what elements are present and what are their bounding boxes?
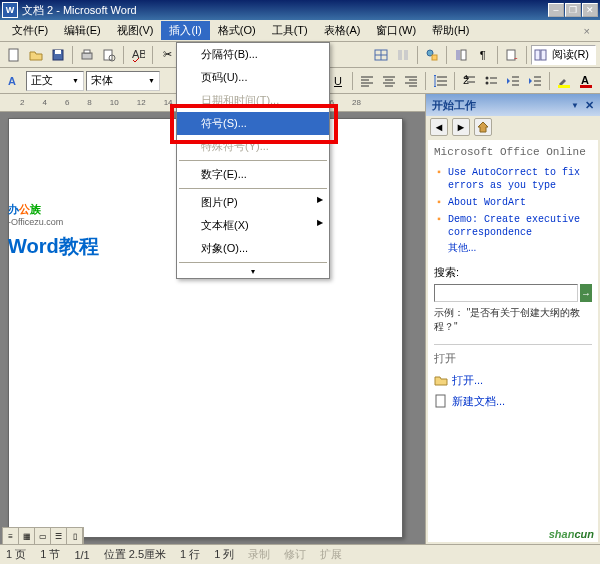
cut-icon[interactable]: ✂ [157, 45, 177, 65]
reading-view-icon[interactable]: ▯ [67, 528, 83, 544]
task-pane: 开始工作 ▼ ✕ ◄ ► Microsoft Office Online Use… [425, 94, 600, 544]
font-combo[interactable]: 宋体▼ [86, 71, 160, 91]
menu-help[interactable]: 帮助(H) [424, 21, 477, 40]
spellcheck-icon[interactable]: ABC [128, 45, 148, 65]
decrease-indent-icon[interactable] [503, 71, 523, 91]
style-combo[interactable]: 正文▼ [26, 71, 84, 91]
statusbar: 1 页 1 节 1/1 位置 2.5厘米 1 行 1 列 录制 修订 扩展 [0, 544, 600, 564]
menu-expand-icon[interactable]: ▾ [177, 265, 329, 278]
save-icon[interactable] [48, 45, 68, 65]
svg-rect-0 [9, 49, 18, 61]
svg-point-46 [486, 76, 489, 79]
drawing-icon[interactable] [422, 45, 442, 65]
nav-forward-icon[interactable]: ► [452, 118, 470, 136]
menu-view[interactable]: 视图(V) [109, 21, 162, 40]
increase-indent-icon[interactable] [525, 71, 545, 91]
minimize-button[interactable]: – [548, 3, 564, 17]
menu-tools[interactable]: 工具(T) [264, 21, 316, 40]
svg-rect-2 [55, 50, 61, 54]
status-rev: 修订 [284, 547, 306, 562]
svg-rect-24 [541, 50, 546, 60]
web-view-icon[interactable]: ▦ [19, 528, 35, 544]
normal-view-icon[interactable]: ≡ [3, 528, 19, 544]
window-title: 文档 2 - Microsoft Word [22, 3, 548, 18]
view-buttons: ≡ ▦ ▭ ☰ ▯ [2, 527, 84, 545]
status-line: 1 行 [180, 547, 200, 562]
svg-rect-3 [82, 53, 92, 59]
new-doc-link[interactable]: 新建文档... [434, 391, 592, 412]
menu-edit[interactable]: 编辑(E) [56, 21, 109, 40]
link-autocorrect[interactable]: Use AutoCorrect to fix errors as you typ… [434, 164, 592, 194]
bullet-list-icon[interactable] [481, 71, 501, 91]
svg-rect-15 [398, 50, 402, 60]
print-icon[interactable] [77, 45, 97, 65]
print-view-icon[interactable]: ▭ [35, 528, 51, 544]
menu-format[interactable]: 格式(O) [210, 21, 264, 40]
menuitem-datetime[interactable]: 日期和时间(T)... [177, 89, 329, 112]
link-wordart[interactable]: About WordArt [434, 194, 592, 211]
svg-rect-18 [432, 55, 437, 60]
menubar: 文件(F) 编辑(E) 视图(V) 插入(I) 格式(O) 工具(T) 表格(A… [0, 20, 600, 42]
menuitem-object[interactable]: 对象(O)... [177, 237, 329, 260]
menuitem-picture[interactable]: 图片(P)▶ [177, 191, 329, 214]
reading-layout-button[interactable]: 阅读(R) [531, 45, 596, 65]
word-app-icon: W [2, 2, 18, 18]
table-icon[interactable] [371, 45, 391, 65]
zoom-out-icon[interactable]: - [502, 45, 522, 65]
menuitem-special[interactable]: 特殊符号(Y)... [177, 135, 329, 158]
taskpane-header: 开始工作 ▼ ✕ [426, 94, 600, 116]
status-col: 1 列 [214, 547, 234, 562]
taskpane-close-icon[interactable]: ✕ [585, 99, 594, 112]
open-icon[interactable] [26, 45, 46, 65]
open-file-link[interactable]: 打开... [434, 370, 592, 391]
nav-back-icon[interactable]: ◄ [430, 118, 448, 136]
link-more[interactable]: 其他... [434, 241, 592, 255]
numbered-list-icon[interactable]: 12 [459, 71, 479, 91]
print-preview-icon[interactable] [99, 45, 119, 65]
taskpane-dropdown-icon[interactable]: ▼ [571, 101, 579, 110]
help-close-icon[interactable]: × [578, 23, 596, 39]
show-marks-icon[interactable]: ¶ [473, 45, 493, 65]
align-right-icon[interactable] [401, 71, 421, 91]
search-label: 搜索: [434, 265, 592, 280]
menu-file[interactable]: 文件(F) [4, 21, 56, 40]
svg-text:-: - [514, 51, 518, 62]
watermark-logo: 办公族 -Officezu.com Word教程 [8, 184, 99, 260]
columns-icon[interactable] [393, 45, 413, 65]
link-demo[interactable]: Demo: Create executive correspondence [434, 211, 592, 241]
svg-rect-16 [404, 50, 408, 60]
menuitem-symbol[interactable]: 符号(S)... [177, 112, 329, 135]
open-heading: 打开 [434, 351, 592, 366]
nav-home-icon[interactable] [474, 118, 492, 136]
align-left-icon[interactable] [357, 71, 377, 91]
menuitem-pagenum[interactable]: 页码(U)... [177, 66, 329, 89]
close-button[interactable]: ✕ [582, 3, 598, 17]
new-doc-icon[interactable] [4, 45, 24, 65]
corner-watermark: shancun [549, 522, 594, 543]
outline-view-icon[interactable]: ☰ [51, 528, 67, 544]
taskpane-nav: ◄ ► [426, 116, 600, 138]
search-example: 示例： "是否有关于创建大纲的教程？" [434, 306, 592, 334]
svg-point-47 [486, 81, 489, 84]
align-center-icon[interactable] [379, 71, 399, 91]
font-color-icon[interactable]: A [576, 71, 596, 91]
line-spacing-icon[interactable] [430, 71, 450, 91]
menu-table[interactable]: 表格(A) [316, 21, 369, 40]
styles-pane-icon[interactable]: A [4, 71, 24, 91]
status-pages: 1/1 [74, 549, 89, 561]
svg-rect-19 [456, 50, 460, 60]
status-page: 1 页 [6, 547, 26, 562]
highlight-icon[interactable] [554, 71, 574, 91]
menuitem-number[interactable]: 数字(E)... [177, 163, 329, 186]
titlebar: W 文档 2 - Microsoft Word – ❐ ✕ [0, 0, 600, 20]
underline-icon[interactable]: U [328, 71, 348, 91]
menuitem-break[interactable]: 分隔符(B)... [177, 43, 329, 66]
menu-window[interactable]: 窗口(W) [368, 21, 424, 40]
restore-button[interactable]: ❐ [565, 3, 581, 17]
status-section: 1 节 [40, 547, 60, 562]
search-input[interactable] [434, 284, 578, 302]
menu-insert[interactable]: 插入(I) [161, 21, 209, 40]
menuitem-textbox[interactable]: 文本框(X)▶ [177, 214, 329, 237]
doc-map-icon[interactable] [451, 45, 471, 65]
search-go-button[interactable]: → [580, 284, 592, 302]
